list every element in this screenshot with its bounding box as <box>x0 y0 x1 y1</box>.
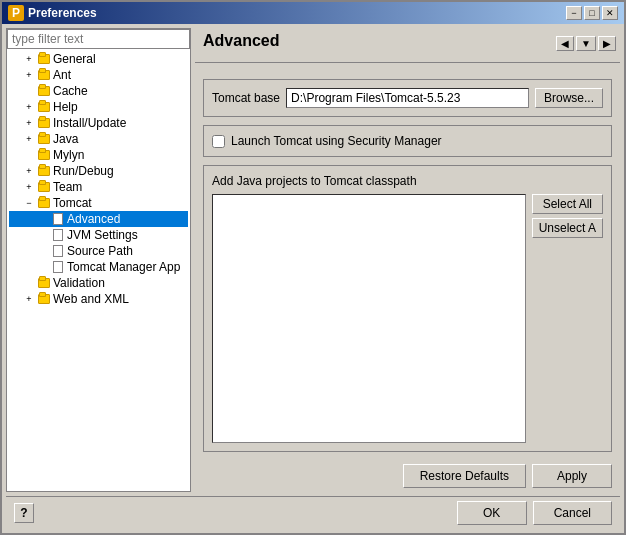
footer: ? OK Cancel <box>6 496 620 529</box>
sidebar-item-team[interactable]: + Team <box>9 179 188 195</box>
classpath-section: Add Java projects to Tomcat classpath Se… <box>203 165 612 452</box>
sidebar-item-label: Install/Update <box>53 116 126 130</box>
sidebar-item-label: Java <box>53 132 78 146</box>
sidebar-item-jvm[interactable]: JVM Settings <box>9 227 188 243</box>
expand-icon <box>37 229 49 241</box>
right-panel: Advanced ◀ ▼ ▶ Tomcat base Browse... <box>195 28 620 492</box>
back-button[interactable]: ◀ <box>556 36 574 51</box>
separator <box>195 62 620 63</box>
panel-content: Tomcat base Browse... Launch Tomcat usin… <box>195 71 620 460</box>
sidebar-item-help[interactable]: + Help <box>9 99 188 115</box>
expand-icon <box>37 213 49 225</box>
expand-icon: + <box>23 53 35 65</box>
sidebar-item-ant[interactable]: + Ant <box>9 67 188 83</box>
tomcat-base-section: Tomcat base Browse... <box>203 79 612 117</box>
expand-icon <box>23 85 35 97</box>
page-icon <box>51 228 65 242</box>
sidebar-item-install[interactable]: + Install/Update <box>9 115 188 131</box>
sidebar-item-tomcat[interactable]: − Tomcat <box>9 195 188 211</box>
select-all-button[interactable]: Select All <box>532 194 603 214</box>
forward-button[interactable]: ▶ <box>598 36 616 51</box>
sidebar-item-label: General <box>53 52 96 66</box>
page-icon <box>51 212 65 226</box>
page-icon <box>51 244 65 258</box>
footer-right: OK Cancel <box>457 501 612 525</box>
sidebar-item-rundebug[interactable]: + Run/Debug <box>9 163 188 179</box>
folder-icon <box>37 164 51 178</box>
close-button[interactable]: ✕ <box>602 6 618 20</box>
folder-icon <box>37 116 51 130</box>
sidebar-item-label: JVM Settings <box>67 228 138 242</box>
sidebar-item-label: Web and XML <box>53 292 129 306</box>
cancel-button[interactable]: Cancel <box>533 501 612 525</box>
security-manager-section: Launch Tomcat using Security Manager <box>203 125 612 157</box>
expand-icon <box>23 149 35 161</box>
sidebar-item-validation[interactable]: Validation <box>9 275 188 291</box>
sidebar-item-label: Help <box>53 100 78 114</box>
sidebar-item-label: Ant <box>53 68 71 82</box>
folder-icon <box>37 292 51 306</box>
sidebar-item-label: Run/Debug <box>53 164 114 178</box>
unselect-all-button[interactable]: Unselect A <box>532 218 603 238</box>
folder-icon <box>37 68 51 82</box>
expand-icon: + <box>23 117 35 129</box>
browse-button[interactable]: Browse... <box>535 88 603 108</box>
tomcat-base-label: Tomcat base <box>212 91 280 105</box>
sidebar-item-label: Advanced <box>67 212 120 226</box>
sidebar-item-label: Source Path <box>67 244 133 258</box>
sidebar-item-label: Tomcat Manager App <box>67 260 180 274</box>
nav-arrows: ◀ ▼ ▶ <box>556 36 616 51</box>
tree-area: + General + Ant Cache <box>7 49 190 309</box>
expand-icon: + <box>23 133 35 145</box>
bottom-buttons: Restore Defaults Apply <box>195 460 620 492</box>
window-content: + General + Ant Cache <box>2 24 624 533</box>
title-bar: P Preferences − □ ✕ <box>2 2 624 24</box>
dropdown-button[interactable]: ▼ <box>576 36 596 51</box>
panel-title: Advanced <box>195 28 287 58</box>
sidebar-item-mylyn[interactable]: Mylyn <box>9 147 188 163</box>
tomcat-base-input[interactable] <box>286 88 529 108</box>
folder-icon <box>37 84 51 98</box>
security-manager-checkbox[interactable] <box>212 135 225 148</box>
maximize-button[interactable]: □ <box>584 6 600 20</box>
expand-icon: − <box>23 197 35 209</box>
filter-input[interactable] <box>7 29 190 49</box>
sidebar-item-label: Cache <box>53 84 88 98</box>
ok-button[interactable]: OK <box>457 501 527 525</box>
folder-icon <box>37 52 51 66</box>
expand-icon <box>37 261 49 273</box>
minimize-button[interactable]: − <box>566 6 582 20</box>
classpath-buttons: Select All Unselect A <box>532 194 603 443</box>
expand-icon: + <box>23 69 35 81</box>
expand-icon: + <box>23 293 35 305</box>
apply-button[interactable]: Apply <box>532 464 612 488</box>
sidebar-item-cache[interactable]: Cache <box>9 83 188 99</box>
expand-icon <box>23 277 35 289</box>
window-title: Preferences <box>28 6 97 20</box>
sidebar-item-label: Tomcat <box>53 196 92 210</box>
sidebar-item-label: Validation <box>53 276 105 290</box>
expand-icon: + <box>23 165 35 177</box>
sidebar-item-advanced[interactable]: Advanced <box>9 211 188 227</box>
help-button[interactable]: ? <box>14 503 34 523</box>
main-area: + General + Ant Cache <box>6 28 620 492</box>
folder-icon <box>37 196 51 210</box>
sidebar-item-general[interactable]: + General <box>9 51 188 67</box>
sidebar-item-manager[interactable]: Tomcat Manager App <box>9 259 188 275</box>
folder-icon <box>37 132 51 146</box>
restore-defaults-button[interactable]: Restore Defaults <box>403 464 526 488</box>
sidebar-item-webxml[interactable]: + Web and XML <box>9 291 188 307</box>
sidebar-item-source[interactable]: Source Path <box>9 243 188 259</box>
preferences-window: P Preferences − □ ✕ + General <box>0 0 626 535</box>
sidebar: + General + Ant Cache <box>6 28 191 492</box>
expand-icon: + <box>23 101 35 113</box>
sidebar-item-java[interactable]: + Java <box>9 131 188 147</box>
folder-icon <box>37 180 51 194</box>
classpath-label: Add Java projects to Tomcat classpath <box>212 174 603 188</box>
sidebar-item-label: Team <box>53 180 82 194</box>
sidebar-item-label: Mylyn <box>53 148 84 162</box>
folder-icon <box>37 100 51 114</box>
window-icon: P <box>8 5 24 21</box>
folder-icon <box>37 148 51 162</box>
classpath-list[interactable] <box>212 194 526 443</box>
